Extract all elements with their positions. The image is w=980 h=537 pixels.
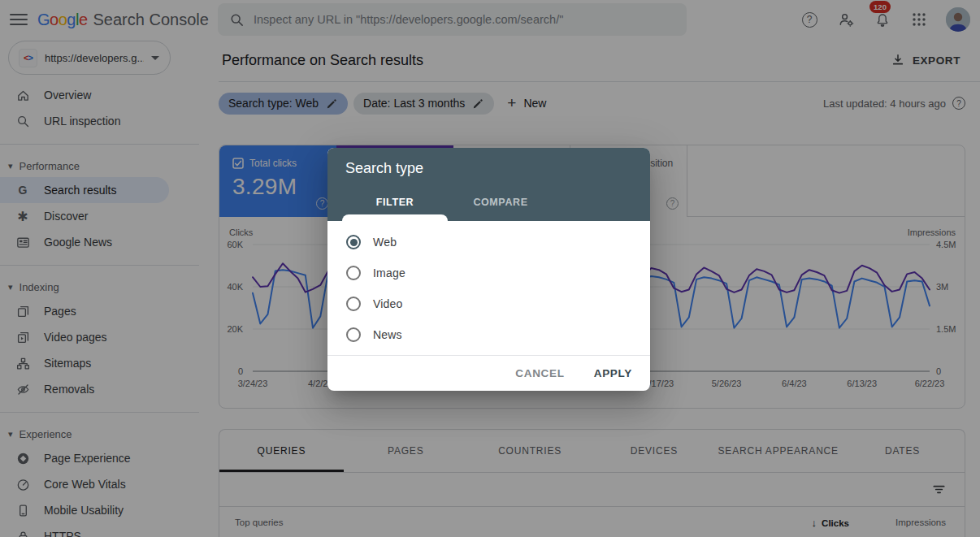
dialog-title: Search type [327,148,650,177]
dialog-header: Search type FILTERCOMPARE [327,148,650,221]
radio-checked-icon [346,235,361,249]
option-label: Web [373,236,397,249]
radio-unchecked-icon [346,297,361,311]
dialog-footer: CANCEL APPLY [327,355,650,391]
option-label: Video [373,297,403,310]
dialog-tabs: FILTERCOMPARE [342,190,553,214]
dialog-tab-filter[interactable]: FILTER [342,190,448,214]
radio-option-video[interactable]: Video [327,288,650,319]
radio-option-web[interactable]: Web [327,227,650,258]
radio-option-image[interactable]: Image [327,258,650,288]
radio-unchecked-icon [346,327,361,342]
option-label: Image [373,266,405,279]
active-tab-indicator [342,214,448,221]
option-label: News [373,328,402,341]
cancel-button[interactable]: CANCEL [515,367,564,379]
dialog-tab-compare[interactable]: COMPARE [448,190,553,214]
radio-option-news[interactable]: News [327,319,650,350]
apply-button[interactable]: APPLY [594,367,632,379]
radio-unchecked-icon [346,266,361,280]
search-type-dialog: Search type FILTERCOMPARE WebImageVideoN… [327,148,650,391]
dialog-options: WebImageVideoNews [327,221,650,350]
app-root: Google Search Console ? 120 <> [0,0,980,537]
